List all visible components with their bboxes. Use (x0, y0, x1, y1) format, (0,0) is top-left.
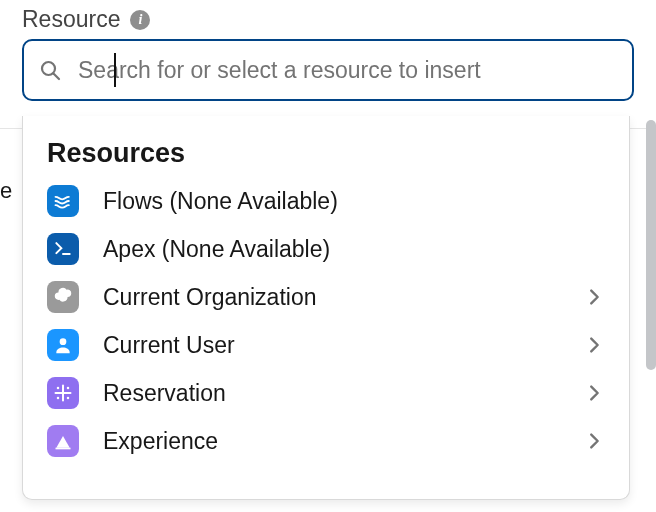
resource-option-label: Current Organization (103, 284, 559, 311)
svg-rect-10 (56, 448, 71, 450)
flow-icon (47, 185, 79, 217)
resource-option-label: Flows (None Available) (103, 188, 605, 215)
reservation-icon (47, 377, 79, 409)
background-text-fragment: e (0, 178, 12, 204)
resource-option-label: Apex (None Available) (103, 236, 605, 263)
chevron-right-icon (583, 334, 605, 356)
svg-point-8 (57, 397, 60, 400)
user-icon (47, 329, 79, 361)
chevron-right-icon (583, 382, 605, 404)
chevron-right-icon (583, 286, 605, 308)
scrollbar-thumb[interactable] (646, 120, 656, 370)
resource-option-label: Reservation (103, 380, 559, 407)
resource-search-input[interactable] (76, 56, 618, 85)
svg-line-1 (54, 74, 60, 80)
dropdown-heading: Resources (23, 132, 629, 177)
resource-search-box[interactable] (22, 39, 634, 101)
svg-point-7 (67, 387, 70, 390)
resource-option-label: Current User (103, 332, 559, 359)
resource-option[interactable]: Apex (None Available) (23, 225, 629, 273)
apex-icon (47, 233, 79, 265)
svg-point-9 (67, 397, 70, 400)
resource-option[interactable]: Current Organization (23, 273, 629, 321)
resource-dropdown: Resources Flows (None Available)Apex (No… (22, 116, 630, 500)
chevron-right-icon (583, 430, 605, 452)
resource-option[interactable]: Reservation (23, 369, 629, 417)
resource-option[interactable]: Current User (23, 321, 629, 369)
resource-option-label: Experience (103, 428, 559, 455)
resource-field-label: Resource (22, 6, 120, 33)
text-cursor (114, 53, 116, 87)
svg-point-3 (60, 338, 67, 345)
org-icon (47, 281, 79, 313)
resource-option[interactable]: Experience (23, 417, 629, 465)
resource-option[interactable]: Flows (None Available) (23, 177, 629, 225)
search-icon (38, 58, 62, 82)
experience-icon (47, 425, 79, 457)
svg-point-6 (57, 387, 60, 390)
info-icon[interactable]: i (130, 10, 150, 30)
